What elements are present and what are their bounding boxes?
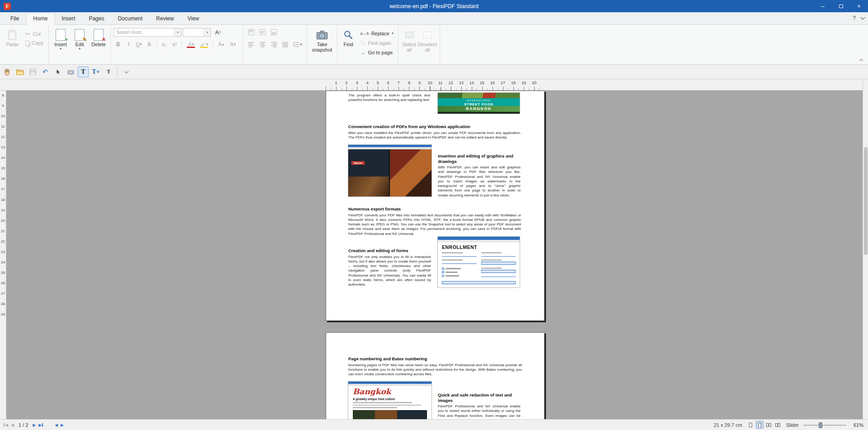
image-spices-spread[interactable]: Spices [348,145,432,196]
street-food-bangkok: BANGKOK [438,106,520,112]
document-canvas[interactable]: The program offers a built-in spell chec… [6,91,863,419]
valign-bottom-button[interactable] [269,28,279,37]
text-tool-icon: T [81,68,85,76]
character-style-button[interactable]: A▾ [212,28,224,37]
tab-insert[interactable]: Insert [55,13,82,24]
doc-section-4: Creation and editing of forms FlexiPDF n… [348,248,431,287]
redact-tool-button[interactable]: Ŧ [103,67,114,77]
find-button[interactable]: Find [340,28,357,57]
minimize-button[interactable]: – [814,0,832,12]
take-snapshot-button[interactable]: Take snapshot [310,28,334,57]
underline-button[interactable]: U▾ [134,40,143,49]
v-ruler-number: 29 [0,312,6,316]
tab-file[interactable]: File [4,13,26,24]
doc-paragraph: FlexiPDF Professional and NX Universal e… [438,404,521,419]
image-street-food-cover[interactable]: INTERNATIONAL STREET FOOD BANGKOK [438,93,520,114]
last-page-button[interactable]: ▶ [38,423,43,427]
document-page-1[interactable]: The program offers a built-in spell chec… [326,91,545,321]
replace-button[interactable]: a→b Replace ▾ [359,29,395,38]
continuous-view-button[interactable] [756,421,764,429]
tab-view[interactable]: View [180,13,206,24]
valign-top-button[interactable] [246,28,256,37]
h-ruler: 1234567891011121314151617181920 [326,79,545,91]
align-center-button[interactable] [257,40,267,49]
font-family-combobox[interactable]: Select Font ▾ [114,28,181,37]
shrink-font-button[interactable]: A▾ [228,40,238,49]
zoom-slider[interactable] [803,421,846,429]
strikethrough-button[interactable]: S [145,40,154,49]
edit-page-button[interactable]: ✎ Edit ▾ [71,28,89,57]
copy-button[interactable]: Copy [24,38,45,48]
vertical-scrollbar[interactable] [863,79,868,419]
doc-paragraph: FlexiPDF converts your PDF files into fo… [348,213,521,236]
v-ruler-number: 28 [0,302,6,306]
arrow-up-icon: ▴ [222,43,224,46]
ribbon-group-character: Select Font ▾ ▾ A▾ B I U▾ S x₂ x² A▾ [111,25,243,64]
tab-review[interactable]: Review [149,13,180,24]
h-ruler-number: 13 [459,81,464,85]
v-ruler-number: 14 [0,156,6,160]
next-page-button[interactable]: ▶ [33,423,36,427]
chevron-down-icon[interactable] [861,15,865,20]
deselect-all-label: Deselect all [418,42,437,53]
go-to-page-button[interactable]: → Go to page [359,48,395,57]
zoom-slider-track[interactable] [803,425,846,426]
select-all-button[interactable]: Select all [401,28,417,57]
snapshot-tool-button[interactable] [65,67,76,77]
previous-view-button[interactable]: ◀ [55,423,58,427]
tab-document[interactable]: Document [111,13,149,24]
insert-page-icon: + [56,29,66,41]
font-size-combobox[interactable]: ▾ [183,28,211,37]
align-right-button[interactable] [269,40,279,49]
facing-pages-view-button[interactable] [765,421,773,429]
doc-section-3: Numerous export formats FlexiPDF convert… [348,206,521,236]
grow-font-button[interactable]: A▴ [216,40,226,49]
h-ruler-number: 12 [449,81,453,85]
align-justify-button[interactable] [280,40,290,49]
scrollbar-thumb[interactable] [864,147,868,255]
open-file-button[interactable] [14,67,25,77]
paste-icon [7,29,17,41]
previous-page-button[interactable]: ◀ [11,423,14,427]
delete-page-button[interactable]: ✕ Delete [90,28,108,57]
find-again-button[interactable]: Find again [359,38,395,48]
valign-middle-button[interactable] [257,28,267,37]
next-view-button[interactable]: ▶ [61,423,64,427]
align-left-button[interactable] [246,40,256,49]
continuous-facing-view-button[interactable] [774,421,782,429]
insert-page-button[interactable]: + Insert ▾ [52,28,70,57]
highlight-button[interactable]: ▾ [198,40,210,49]
save-button[interactable] [27,67,38,77]
document-page-2[interactable]: Page numbering and Bates numbering Numbe… [326,332,545,419]
image-bangkok-page[interactable]: Bangkok A globally unique food culture [348,382,432,419]
select-object-tool-button[interactable] [52,67,63,77]
help-button[interactable]: ? [853,15,856,21]
ribbon-group-snapshot: Take snapshot [307,25,337,64]
italic-button[interactable]: I [124,40,133,49]
image-enrollment-form[interactable]: ENROLLMENT [438,237,520,287]
undo-button[interactable]: ↶ [40,67,51,77]
cut-button[interactable]: ✂ Cut [24,29,45,38]
collapse-ribbon-button[interactable] [858,57,864,62]
tab-pages[interactable]: Pages [82,13,111,24]
deselect-all-button[interactable]: Deselect all [418,28,437,57]
font-color-button[interactable]: A▾ [185,40,197,49]
bold-button[interactable]: B [114,40,123,49]
spices-label: Spices [351,161,365,165]
tab-home[interactable]: Home [26,13,55,25]
subscript-button[interactable]: x₂ [160,40,169,49]
toolbar-overflow-button[interactable] [121,67,132,77]
line-spacing-button[interactable]: ▾ [291,40,304,49]
superscript-button[interactable]: x² [170,40,179,49]
add-text-tool-button[interactable]: T+ [90,67,101,77]
zoom-slider-knob[interactable] [819,422,822,428]
first-page-button[interactable]: ◀ [4,423,8,427]
edit-text-tool-button[interactable]: T [78,67,89,77]
pan-tool-button[interactable] [2,67,13,77]
maximize-button[interactable] [832,0,850,12]
close-button[interactable]: × [850,0,868,12]
v-ruler-number: 11 [0,124,6,129]
v-ruler-number: 13 [0,145,6,149]
single-page-view-button[interactable] [747,421,754,429]
paste-button[interactable]: Paste [3,28,22,57]
